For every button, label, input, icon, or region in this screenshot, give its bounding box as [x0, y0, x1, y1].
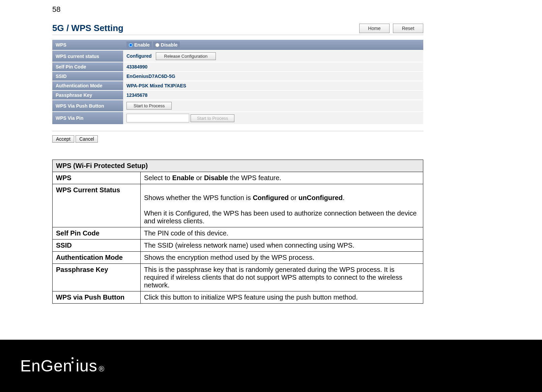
wps-disable-radio[interactable]: [155, 43, 160, 47]
doc-row-status: WPS Current Status Shows whether the WPS…: [53, 184, 423, 227]
passphrase-value: 12345678: [123, 91, 423, 100]
doc-desc: The SSID (wireless network name) used wh…: [141, 240, 423, 252]
panel-header: 5G / WPS Setting Home Reset: [52, 20, 423, 35]
doc-desc: Click this button to initialize WPS feat…: [141, 291, 423, 304]
self-pin-value: 43384990: [123, 62, 423, 71]
page-number: 58: [52, 5, 60, 14]
pin-input[interactable]: [126, 114, 189, 122]
engenius-logo: EnGenius®: [20, 357, 105, 375]
text-bold: unConfigured: [298, 194, 343, 201]
auth-mode-value: WPA-PSK Mixed TKIP/AES: [123, 81, 423, 90]
logo-text-1: EnGen: [20, 357, 72, 375]
doc-term: Passphrase Key: [53, 264, 141, 291]
doc-desc: The PIN code of this device.: [141, 227, 423, 240]
doc-row-wps: WPS Select to Enable or Disable the WPS …: [53, 172, 423, 184]
settings-table: WPS Enable Disable WPS current status Co…: [52, 39, 423, 125]
release-configuration-button[interactable]: Release Configuration: [156, 52, 216, 60]
reset-button[interactable]: Reset: [393, 24, 423, 33]
ssid-label: SSID: [52, 72, 123, 81]
doc-header-row: WPS (Wi-Fi Protected Setup): [53, 160, 423, 172]
text: or: [194, 174, 204, 181]
doc-row-pass: Passphrase Key This is the passphrase ke…: [53, 264, 423, 291]
row-auth: Authentication Mode WPA-PSK Mixed TKIP/A…: [52, 81, 423, 90]
row-pin: WPS Via Pin Start to Process: [52, 112, 423, 124]
top-buttons: Home Reset: [359, 24, 423, 33]
wps-value-cell: Enable Disable: [123, 40, 423, 50]
row-self-pin: Self Pin Code 43384990: [52, 62, 423, 71]
row-passphrase: Passphrase Key 12345678: [52, 91, 423, 100]
row-ssid: SSID EnGeniusD7AC6D-5G: [52, 72, 423, 81]
row-wps: WPS Enable Disable: [52, 40, 423, 50]
start-process-push-button[interactable]: Start to Process: [126, 102, 172, 110]
doc-term: WPS via Push Button: [53, 291, 141, 304]
push-button-cell: Start to Process: [123, 100, 423, 111]
doc-term: SSID: [53, 240, 141, 252]
home-button[interactable]: Home: [359, 24, 390, 33]
bottom-bar: EnGenius®: [0, 340, 542, 392]
doc-term: WPS: [53, 172, 141, 184]
text-bold: Configured: [253, 194, 289, 201]
doc-header: WPS (Wi-Fi Protected Setup): [53, 160, 423, 172]
cancel-button[interactable]: Cancel: [76, 135, 98, 143]
accept-button[interactable]: Accept: [52, 135, 74, 143]
wps-disable-option[interactable]: Disable: [153, 41, 180, 48]
doc-row-push: WPS via Push Button Click this button to…: [53, 291, 423, 304]
registered-icon: ®: [99, 365, 105, 373]
doc-desc: This is the passphrase key that is rando…: [141, 264, 423, 291]
divider: [52, 131, 423, 131]
row-current-status: WPS current status Configured Release Co…: [52, 51, 423, 62]
text: the WPS feature.: [228, 174, 281, 181]
auth-mode-label: Authentication Mode: [52, 81, 123, 90]
doc-row-auth: Authentication Mode Shows the encryption…: [53, 252, 423, 264]
doc-desc: Select to Enable or Disable the WPS feat…: [141, 172, 423, 184]
wps-label: WPS: [52, 40, 123, 50]
text: Select to: [144, 174, 172, 181]
divider: [52, 35, 423, 35]
start-process-pin-button[interactable]: Start to Process: [191, 114, 234, 122]
wps-enable-label: Enable: [134, 42, 150, 48]
doc-row-ssid: SSID The SSID (wireless network name) us…: [53, 240, 423, 252]
passphrase-label: Passphrase Key: [52, 91, 123, 100]
current-status-value: Configured: [126, 53, 152, 59]
doc-desc: Shows the encryption method used by the …: [141, 252, 423, 264]
push-button-label: WPS Via Push Button: [52, 100, 123, 111]
main-content: 5G / WPS Setting Home Reset WPS Enable D…: [52, 20, 423, 304]
ssid-value: EnGeniusD7AC6D-5G: [123, 72, 423, 81]
row-push-button: WPS Via Push Button Start to Process: [52, 100, 423, 111]
wps-enable-option[interactable]: Enable: [126, 41, 152, 48]
pin-label: WPS Via Pin: [52, 112, 123, 124]
text: Shows whether the WPS function is: [144, 194, 253, 201]
wps-disable-label: Disable: [161, 42, 178, 48]
footer-buttons: Accept Cancel: [52, 135, 423, 143]
doc-term: Self Pin Code: [53, 227, 141, 240]
text-bold: Enable: [172, 174, 194, 181]
logo-text-2: ius: [76, 357, 97, 375]
doc-table: WPS (Wi-Fi Protected Setup) WPS Select t…: [52, 160, 423, 304]
panel-title: 5G / WPS Setting: [52, 23, 123, 33]
self-pin-label: Self Pin Code: [52, 62, 123, 71]
pin-cell: Start to Process: [123, 112, 423, 124]
wps-enable-radio[interactable]: [129, 43, 133, 47]
current-status-value-cell: Configured Release Configuration: [123, 51, 423, 62]
text: or: [289, 194, 298, 201]
doc-term: WPS Current Status: [53, 184, 141, 227]
text-bold: Disable: [204, 174, 228, 181]
doc-desc: Shows whether the WPS function is Config…: [141, 184, 423, 227]
current-status-label: WPS current status: [52, 51, 123, 62]
doc-term: Authentication Mode: [53, 252, 141, 264]
doc-row-selfpin: Self Pin Code The PIN code of this devic…: [53, 227, 423, 240]
